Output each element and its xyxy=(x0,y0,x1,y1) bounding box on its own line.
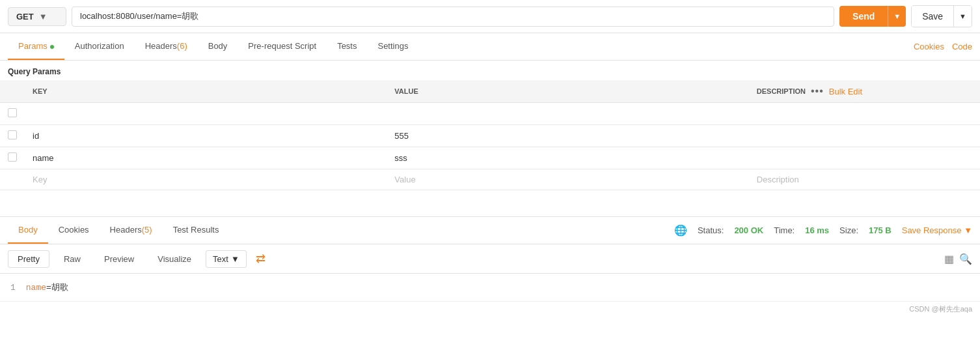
table-row: Key Value Description xyxy=(0,169,980,190)
param-key: name xyxy=(33,153,54,163)
view-visualize-button[interactable]: Visualize xyxy=(148,251,200,267)
view-pretty-button[interactable]: Pretty xyxy=(8,250,49,268)
code-link[interactable]: Code xyxy=(952,42,972,51)
size-value: 175 B xyxy=(869,225,892,235)
th-description: DESCRIPTION ••• Bulk Edit xyxy=(749,80,980,103)
table-row: name sss xyxy=(0,147,980,169)
tab-headers[interactable]: Headers(6) xyxy=(135,33,198,60)
cookies-link[interactable]: Cookies xyxy=(914,42,944,51)
view-preview-button[interactable]: Preview xyxy=(95,251,143,267)
desc-placeholder: Description xyxy=(757,175,799,184)
url-input[interactable] xyxy=(72,7,834,27)
row-checkbox[interactable] xyxy=(8,108,17,117)
status-value: 200 OK xyxy=(734,225,763,235)
tab-tests[interactable]: Tests xyxy=(327,33,367,60)
code-area: 1name=胡歌 xyxy=(0,274,980,301)
bulk-edit-button[interactable]: Bulk Edit xyxy=(829,87,862,96)
time-label: Time: xyxy=(774,225,795,235)
send-dropdown-button[interactable]: ▼ xyxy=(888,6,906,27)
table-row xyxy=(0,103,980,125)
response-tab-body[interactable]: Body xyxy=(8,217,48,244)
desc-input[interactable] xyxy=(757,109,972,119)
tab-pre-request-script[interactable]: Pre-request Script xyxy=(238,33,327,60)
table-row: id 555 xyxy=(0,125,980,147)
response-tab-headers[interactable]: Headers(5) xyxy=(100,217,163,244)
more-options-button[interactable]: ••• xyxy=(811,85,824,97)
param-value: sss xyxy=(394,153,407,163)
save-dropdown-button[interactable]: ▼ xyxy=(953,6,972,27)
copy-button[interactable]: ▦ xyxy=(944,253,954,265)
wrap-button[interactable]: ⇄ xyxy=(252,250,270,268)
tab-settings[interactable]: Settings xyxy=(367,33,418,60)
row-checkbox[interactable] xyxy=(8,130,17,139)
key-placeholder: Key xyxy=(33,175,47,184)
response-tab-test-results[interactable]: Test Results xyxy=(163,217,230,244)
body-toolbar: Pretty Raw Preview Visualize Text ▼ ⇄ ▦ … xyxy=(0,244,980,274)
code-key: name xyxy=(26,283,46,293)
method-chevron-icon: ▼ xyxy=(39,12,48,22)
code-equals: = xyxy=(46,283,51,293)
value-placeholder: Value xyxy=(394,175,415,184)
tab-authorization[interactable]: Authorization xyxy=(64,33,135,60)
url-bar: GET ▼ Send ▼ Save ▼ xyxy=(0,0,980,33)
request-tabs-right: Cookies Code xyxy=(914,42,972,51)
send-button-group: Send ▼ xyxy=(839,6,906,27)
footer: CSDN @树先生aqa xyxy=(0,301,980,317)
view-raw-button[interactable]: Raw xyxy=(55,251,90,267)
time-value: 16 ms xyxy=(805,225,829,235)
tab-body[interactable]: Body xyxy=(198,33,238,60)
request-tabs-left: Params Authorization Headers(6) Body Pre… xyxy=(8,33,914,60)
key-input[interactable] xyxy=(33,109,379,119)
params-table: KEY VALUE DESCRIPTION ••• Bulk Edit xyxy=(0,80,980,190)
param-value: 555 xyxy=(394,131,409,141)
save-button[interactable]: Save xyxy=(912,6,953,27)
format-chevron-icon: ▼ xyxy=(231,254,239,264)
param-key: id xyxy=(33,131,39,141)
tab-params[interactable]: Params xyxy=(8,33,64,60)
th-key: KEY xyxy=(25,80,387,103)
request-tabs-bar: Params Authorization Headers(6) Body Pre… xyxy=(0,33,980,61)
size-label: Size: xyxy=(839,225,858,235)
code-value: 胡歌 xyxy=(51,283,68,293)
search-button[interactable]: 🔍 xyxy=(959,253,972,265)
spacer xyxy=(0,190,980,216)
method-select[interactable]: GET ▼ xyxy=(8,7,66,26)
response-tab-cookies[interactable]: Cookies xyxy=(48,217,100,244)
save-button-group: Save ▼ xyxy=(911,5,972,27)
footer-text: CSDN @树先生aqa xyxy=(909,305,972,313)
save-response-button[interactable]: Save Response ▼ xyxy=(902,225,972,235)
response-tabs-bar: Body Cookies Headers(5) Test Results 🌐 S… xyxy=(0,217,980,244)
globe-icon: 🌐 xyxy=(674,224,687,237)
row-checkbox[interactable] xyxy=(8,152,17,162)
params-active-dot xyxy=(50,45,54,49)
th-value: VALUE xyxy=(387,80,748,103)
send-button[interactable]: Send xyxy=(839,6,888,27)
value-input[interactable] xyxy=(394,109,741,119)
response-tabs-left: Body Cookies Headers(5) Test Results xyxy=(8,217,674,244)
line-number: 1 xyxy=(10,283,16,293)
th-checkbox xyxy=(0,80,25,103)
method-label: GET xyxy=(16,12,34,22)
status-label: Status: xyxy=(698,225,724,235)
response-area: Body Cookies Headers(5) Test Results 🌐 S… xyxy=(0,217,980,301)
save-response-chevron-icon: ▼ xyxy=(964,225,972,235)
query-params-label: Query Params xyxy=(0,61,980,80)
format-select[interactable]: Text ▼ xyxy=(206,250,247,268)
format-label: Text xyxy=(213,254,228,264)
response-meta: 🌐 Status: 200 OK Time: 16 ms Size: 175 B… xyxy=(674,224,972,237)
